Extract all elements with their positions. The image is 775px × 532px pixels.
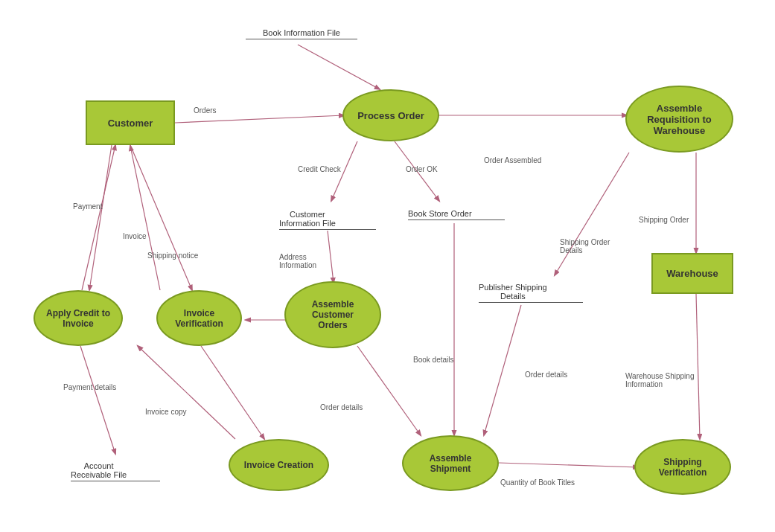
- warehouse-label: Warehouse: [666, 268, 718, 279]
- svg-line-11: [82, 145, 115, 290]
- customer-info-file-label: Customer Information File: [279, 210, 336, 228]
- svg-line-8: [130, 145, 192, 290]
- apply-credit-label: Apply Credit to Invoice: [46, 308, 110, 329]
- svg-line-10: [80, 346, 115, 454]
- label-payment: Payment: [73, 202, 102, 211]
- label-quantity-book-titles: Quantity of Book Titles: [500, 478, 575, 487]
- assemble-req-label: Assemble Requisition to Warehouse: [647, 103, 712, 136]
- book-info-file-label: Book Information File: [263, 28, 340, 37]
- label-payment-details: Payment details: [63, 383, 116, 391]
- svg-line-14: [357, 346, 421, 435]
- svg-line-17: [696, 294, 700, 439]
- label-order-ok: Order OK: [406, 165, 438, 173]
- assemble-customer-label: Assemble Customer Orders: [312, 299, 354, 330]
- book-store-order-label: Book Store Order: [408, 209, 472, 218]
- label-address-info: Address Information: [279, 253, 316, 269]
- svg-line-12: [201, 346, 264, 439]
- svg-line-1: [175, 115, 344, 123]
- label-order-details-assemble: Order details: [320, 403, 363, 411]
- invoice-creation-label: Invoice Creation: [244, 460, 313, 470]
- svg-line-13: [130, 146, 160, 290]
- svg-line-16: [484, 305, 521, 435]
- diagram-container: Book Information File Process Order Cust…: [0, 0, 775, 532]
- warehouse-node[interactable]: Warehouse: [651, 253, 733, 294]
- customer-label: Customer: [108, 118, 153, 129]
- label-invoice-copy: Invoice copy: [145, 408, 187, 416]
- customer-info-underline: [279, 229, 376, 230]
- label-shipping-order-details: Shipping Order Details: [560, 238, 610, 254]
- assemble-shipment-node[interactable]: Assemble Shipment: [402, 435, 499, 491]
- account-receivable-node[interactable]: Account Receivable File: [71, 452, 160, 490]
- invoice-verification-label: Invoice Verification: [175, 308, 223, 329]
- assemble-req-node[interactable]: Assemble Requisition to Warehouse: [625, 86, 733, 153]
- svg-line-6: [555, 153, 629, 275]
- customer-info-file-node[interactable]: Customer Information File: [279, 201, 376, 238]
- process-order-node[interactable]: Process Order: [342, 89, 439, 141]
- invoice-verification-node[interactable]: Invoice Verification: [156, 290, 242, 346]
- label-warehouse-shipping: Warehouse Shipping Information: [625, 372, 694, 388]
- label-order-details-ship: Order details: [525, 371, 567, 379]
- book-info-file-underline: [246, 39, 357, 39]
- label-book-details: Book details: [413, 356, 453, 364]
- label-orders: Orders: [194, 106, 217, 115]
- book-store-order-node[interactable]: Book Store Order: [408, 199, 505, 229]
- apply-credit-node[interactable]: Apply Credit to Invoice: [34, 290, 123, 346]
- publisher-shipping-label: Publisher Shipping Details: [479, 283, 547, 301]
- svg-line-0: [298, 45, 380, 89]
- publisher-shipping-underline: [479, 302, 583, 303]
- label-shipping-order: Shipping Order: [639, 216, 689, 224]
- book-info-file-node[interactable]: Book Information File: [246, 19, 357, 48]
- process-order-label: Process Order: [357, 110, 424, 121]
- assemble-customer-node[interactable]: Assemble Customer Orders: [284, 281, 381, 348]
- label-order-assembled: Order Assembled: [484, 156, 541, 164]
- customer-node[interactable]: Customer: [86, 100, 175, 145]
- account-receivable-label: Account Receivable File: [71, 461, 127, 479]
- svg-line-20: [138, 346, 235, 439]
- account-receivable-underline: [71, 481, 160, 481]
- label-shipping-notice: Shipping notice: [147, 251, 198, 260]
- svg-line-2: [331, 141, 357, 201]
- shipping-verification-node[interactable]: Shipping Verification: [634, 439, 731, 495]
- label-credit-check: Credit Check: [298, 165, 341, 173]
- label-invoice: Invoice: [123, 232, 147, 240]
- book-store-order-underline: [408, 219, 505, 220]
- svg-line-7: [89, 145, 112, 290]
- svg-line-3: [395, 141, 439, 201]
- svg-line-18: [499, 463, 638, 467]
- publisher-shipping-node[interactable]: Publisher Shipping Details: [479, 274, 583, 311]
- shipping-verification-label: Shipping Verification: [659, 457, 707, 478]
- assemble-shipment-label: Assemble Shipment: [430, 453, 472, 474]
- invoice-creation-node[interactable]: Invoice Creation: [229, 439, 329, 491]
- svg-line-9: [328, 231, 334, 283]
